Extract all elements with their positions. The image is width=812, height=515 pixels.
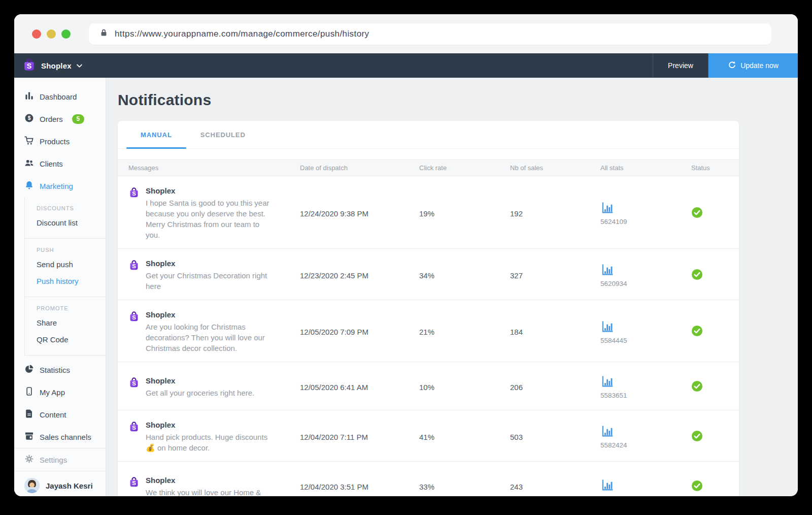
- status-cell: [691, 380, 739, 394]
- bar-chart-icon: [24, 91, 34, 102]
- message-cell: Shoplex I hope Santa is good to you this…: [118, 186, 300, 240]
- people-icon: [24, 158, 34, 169]
- sidebar-item-statistics[interactable]: Statistics: [14, 359, 106, 381]
- sidebar-item-label: Content: [40, 410, 66, 419]
- sidebar-item-label: Statistics: [40, 366, 70, 374]
- nb-sales: 184: [510, 328, 600, 336]
- nb-sales: 327: [510, 271, 600, 280]
- sender-name: Shoplex: [146, 310, 276, 319]
- all-stats-button[interactable]: 5583651: [600, 375, 691, 399]
- sidebar-item-discount-list[interactable]: Discount list: [25, 214, 106, 231]
- notifications-card: MANUAL SCHEDULED Messages Date of dispat…: [118, 121, 739, 496]
- click-rate: 41%: [419, 433, 510, 441]
- dispatch-date: 12/05/2020 7:09 PM: [300, 328, 419, 336]
- message-text: I hope Santa is good to you this year be…: [146, 198, 276, 240]
- all-stats-button[interactable]: 5620934: [600, 263, 691, 287]
- sidebar-item-orders[interactable]: $ Orders 5: [14, 108, 106, 130]
- status-cell: [691, 325, 739, 339]
- message-text: We think you will love our Home &: [146, 487, 261, 497]
- sidebar-item-label: Settings: [40, 456, 67, 464]
- message-text: Get all your groceries right here.: [146, 388, 254, 398]
- sidebar-item-settings[interactable]: Settings: [14, 448, 106, 471]
- sidebar-item-label: Clients: [40, 159, 63, 168]
- table-row[interactable]: Shoplex Get all your groceries right her…: [118, 362, 739, 410]
- sidebar-item-label: My App: [40, 388, 65, 397]
- sidebar-item-push-history[interactable]: Push history: [25, 273, 106, 289]
- stats-id: 5582424: [600, 441, 627, 449]
- all-stats-button[interactable]: 5584445: [600, 320, 691, 344]
- table-row[interactable]: Shoplex Are you looking for Christmas de…: [118, 300, 739, 362]
- table-row[interactable]: Shoplex We think you will love our Home …: [118, 462, 739, 496]
- submenu-section-promote: PROMOTE Share QR Code: [25, 297, 106, 355]
- all-stats-button[interactable]: 5582424: [600, 425, 691, 449]
- message-text: Hand pick products. Huge discounts 💰 on …: [146, 432, 276, 453]
- sidebar-item-send-push[interactable]: Send push: [25, 256, 106, 273]
- table-row[interactable]: Shoplex I hope Santa is good to you this…: [118, 176, 739, 249]
- shoplex-logo-icon: [128, 311, 140, 324]
- nb-sales: 243: [510, 482, 600, 491]
- stats-id: 5583651: [600, 392, 627, 399]
- nb-sales: 503: [510, 433, 600, 441]
- sidebar-item-share[interactable]: Share: [25, 314, 106, 331]
- dispatch-date: 12/23/2020 2:45 PM: [300, 271, 419, 280]
- sender-name: Shoplex: [146, 376, 254, 385]
- success-check-icon: [691, 211, 703, 220]
- column-header-all-stats: All stats: [600, 164, 691, 172]
- update-now-label: Update now: [740, 61, 779, 70]
- stats-chart-icon: [600, 263, 614, 278]
- sidebar-item-clients[interactable]: Clients: [14, 152, 106, 175]
- submenu-section-push: PUSH Send push Push history: [25, 238, 106, 297]
- nb-sales: 206: [510, 383, 600, 392]
- page-title: Notifications: [118, 91, 798, 109]
- submenu-section-discounts: DISCOUNTS Discount list: [25, 197, 106, 238]
- user-menu[interactable]: Jayash Kesri: [14, 471, 106, 493]
- message-cell: Shoplex Hand pick products. Huge discoun…: [118, 421, 300, 453]
- column-header-click-rate: Click rate: [419, 164, 510, 172]
- orders-count-badge: 5: [72, 114, 84, 124]
- app-navbar: Shoplex Preview Update now: [14, 53, 798, 78]
- shoplex-logo-icon: [128, 421, 140, 434]
- table-row[interactable]: Shoplex Get your Christmas Decoration ri…: [118, 249, 739, 300]
- preview-button[interactable]: Preview: [653, 53, 708, 78]
- url-text[interactable]: https://www.yourappname.com/manage/comme…: [115, 29, 369, 39]
- brand-switcher[interactable]: Shoplex: [14, 53, 82, 78]
- table-row[interactable]: Shoplex Hand pick products. Huge discoun…: [118, 410, 739, 462]
- click-rate: 21%: [419, 328, 510, 336]
- column-header-status: Status: [691, 164, 739, 172]
- gear-icon: [24, 454, 34, 465]
- cart-icon: [24, 136, 34, 147]
- stats-id: 5624109: [600, 218, 627, 226]
- lock-icon: [99, 28, 108, 40]
- stats-chart-icon: [600, 478, 614, 493]
- update-now-button[interactable]: Update now: [708, 53, 798, 78]
- success-check-icon: [691, 273, 703, 282]
- all-stats-button[interactable]: 5624109: [600, 201, 691, 226]
- sidebar-item-dashboard[interactable]: Dashboard: [14, 85, 106, 108]
- message-text: Are you looking for Christmas decoration…: [146, 321, 276, 353]
- minimize-window-button[interactable]: [47, 29, 56, 39]
- sidebar-item-content[interactable]: Content: [14, 403, 106, 426]
- window-controls: [14, 29, 71, 39]
- click-rate: 34%: [419, 271, 510, 280]
- message-cell: Shoplex Get all your groceries right her…: [118, 376, 300, 398]
- sidebar-item-marketing[interactable]: Marketing: [14, 175, 106, 197]
- sidebar-item-products[interactable]: Products: [14, 130, 106, 152]
- sidebar-item-sales-channels[interactable]: Sales channels: [14, 426, 106, 448]
- sidebar-item-my-app[interactable]: My App: [14, 381, 106, 403]
- all-stats-button[interactable]: [600, 478, 691, 495]
- column-header-nb-sales: Nb of sales: [510, 164, 600, 172]
- sender-name: Shoplex: [146, 476, 261, 485]
- tab-bar: MANUAL SCHEDULED: [118, 121, 739, 149]
- address-bar[interactable]: https://www.yourappname.com/manage/comme…: [89, 23, 771, 45]
- tab-manual[interactable]: MANUAL: [126, 121, 186, 148]
- stats-id: 5584445: [600, 337, 627, 344]
- dispatch-date: 12/04/2020 3:51 PM: [300, 482, 419, 491]
- sidebar-item-qr-code[interactable]: QR Code: [25, 331, 106, 348]
- tab-scheduled[interactable]: SCHEDULED: [186, 121, 260, 148]
- navbar-spacer: [82, 53, 653, 78]
- close-window-button[interactable]: [32, 29, 41, 39]
- zoom-window-button[interactable]: [61, 29, 71, 39]
- status-cell: [691, 207, 739, 220]
- message-cell: Shoplex Are you looking for Christmas de…: [118, 310, 300, 353]
- stats-chart-icon: [600, 320, 614, 335]
